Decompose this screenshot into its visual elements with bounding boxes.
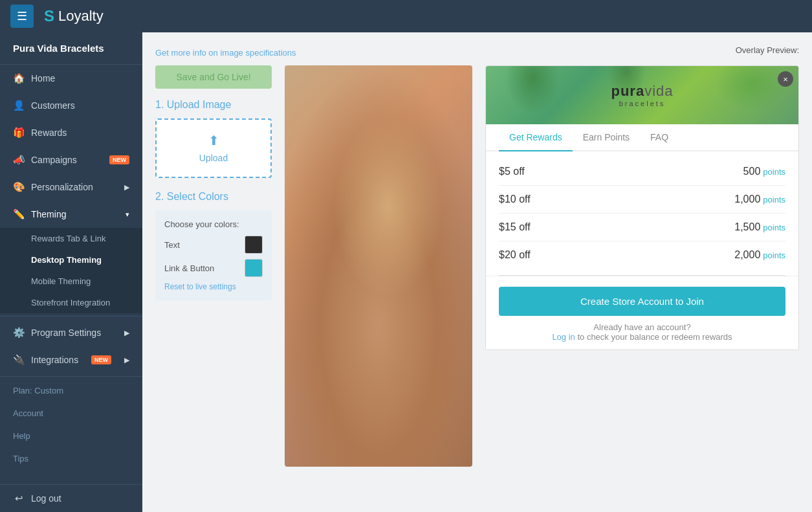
cta-after-text: to check your balance or redeem rewards <box>577 332 732 342</box>
upload-box[interactable]: ⬆ Upload <box>155 118 272 178</box>
preview-box: puravida bracelets × Get Rewards Earn Po… <box>485 65 799 350</box>
reward-points-num: 2,000 <box>734 249 760 261</box>
integrations-icon: 🔌 <box>13 354 25 366</box>
save-go-live-button[interactable]: Save and Go Live! <box>155 65 272 89</box>
cta-already-text: Already have an account? <box>593 322 690 332</box>
theming-submenu: Rewards Tab & Link Desktop Theming Mobil… <box>0 228 142 313</box>
sidebar-bottom: ↩ Log out <box>0 484 142 512</box>
preview-header: puravida bracelets × <box>486 66 798 124</box>
reward-points-label: points <box>763 223 785 232</box>
sidebar-item-label: Personalization <box>31 182 93 192</box>
color-section: Choose your colors: Text Link & Button R… <box>155 210 272 300</box>
reward-points-group: 2,000 points <box>734 249 785 261</box>
sidebar-item-label: Home <box>31 73 55 83</box>
brand-light: vida <box>644 83 673 99</box>
sidebar-item-rewards-tab-link[interactable]: Rewards Tab & Link <box>0 228 142 249</box>
reward-row: $20 off 2,000 points <box>499 241 785 269</box>
reward-row: $10 off 1,000 points <box>499 186 785 214</box>
step1-number: 1. <box>155 99 167 110</box>
log-in-link[interactable]: Log in <box>552 332 575 342</box>
info-link[interactable]: Get more info on image specifications <box>155 48 296 58</box>
text-color-row: Text <box>164 236 263 254</box>
create-account-button[interactable]: Create Store Account to Join <box>499 287 785 316</box>
reward-name: $10 off <box>499 194 531 205</box>
sidebar-divider-2 <box>0 376 142 377</box>
tab-earn-points[interactable]: Earn Points <box>573 124 640 150</box>
sidebar-item-label: Program Settings <box>31 328 101 338</box>
choose-colors-label: Choose your colors: <box>164 219 263 229</box>
reward-points-num: 500 <box>743 166 761 177</box>
tab-faq[interactable]: FAQ <box>640 124 679 150</box>
sidebar-item-customers[interactable]: 👤 Customers <box>0 92 142 119</box>
step1-label: Upload Image <box>167 99 232 110</box>
sidebar-item-theming[interactable]: ✏️ Theming ▾ <box>0 201 142 228</box>
step2-number: 2. <box>155 191 167 202</box>
chevron-down-icon: ▾ <box>126 210 129 219</box>
sidebar-item-storefront-integration[interactable]: Storefront Integration <box>0 292 142 313</box>
brand-text: puravida bracelets <box>611 83 673 107</box>
theming-icon: ✏️ <box>13 208 25 220</box>
sidebar-item-logout[interactable]: ↩ Log out <box>0 485 142 512</box>
reward-points-num: 1,500 <box>734 221 760 233</box>
chevron-right-icon: ▶ <box>124 329 129 337</box>
topbar: ☰ S Loyalty <box>0 0 812 32</box>
sidebar-item-integrations[interactable]: 🔌 Integrations NEW ▶ <box>0 346 142 373</box>
main-content: Get more info on image specifications Ov… <box>142 32 812 512</box>
link-button-color-label: Link & Button <box>164 263 214 273</box>
sidebar-item-home[interactable]: 🏠 Home <box>0 65 142 92</box>
reward-points-group: 1,000 points <box>734 194 785 205</box>
rewards-list: $5 off 500 points $10 off 1,000 points <box>486 151 798 275</box>
sidebar-logout-label: Log out <box>31 493 61 504</box>
reward-name: $5 off <box>499 166 525 177</box>
rewards-icon: 🎁 <box>13 127 25 139</box>
logout-icon: ↩ <box>13 493 25 504</box>
upload-icon: ⬆ <box>170 133 258 148</box>
left-panel: Save and Go Live! 1. Upload Image ⬆ Uplo… <box>155 65 272 300</box>
reward-points-label: points <box>763 195 785 205</box>
sidebar-item-desktop-theming[interactable]: Desktop Theming <box>0 249 142 271</box>
sidebar-item-label: Theming <box>31 209 66 219</box>
sidebar-item-account[interactable]: Account <box>0 402 142 425</box>
chevron-right-icon: ▶ <box>124 356 129 364</box>
brand-main: puravida <box>611 83 673 100</box>
sidebar-item-mobile-theming[interactable]: Mobile Theming <box>0 271 142 292</box>
preview-tabs: Get Rewards Earn Points FAQ <box>486 124 798 151</box>
sidebar-item-personalization[interactable]: 🎨 Personalization ▶ <box>0 173 142 201</box>
sidebar-item-label: Campaigns <box>31 155 77 165</box>
logo-s-icon: S <box>44 7 54 25</box>
home-icon: 🏠 <box>13 72 25 84</box>
sidebar-item-campaigns[interactable]: 📣 Campaigns NEW <box>0 146 142 173</box>
link-button-color-swatch[interactable] <box>245 259 263 277</box>
sidebar-item-tips[interactable]: Tips <box>0 447 142 470</box>
settings-icon: ⚙️ <box>13 327 25 339</box>
sidebar-item-label: Customers <box>31 100 75 111</box>
customers-icon: 👤 <box>13 100 25 111</box>
hamburger-button[interactable]: ☰ <box>10 5 34 28</box>
step2-title: 2. Select Colors <box>155 191 272 203</box>
tab-get-rewards[interactable]: Get Rewards <box>499 124 573 151</box>
close-button[interactable]: × <box>778 71 793 87</box>
campaigns-new-badge: NEW <box>109 155 129 164</box>
text-color-swatch[interactable] <box>245 236 263 254</box>
sidebar-item-label: Integrations <box>31 355 78 365</box>
sidebar-item-label: Rewards <box>31 128 67 138</box>
reward-row: $5 off 500 points <box>499 158 785 186</box>
app-logo: S Loyalty <box>44 7 104 25</box>
reward-points-num: 1,000 <box>734 194 760 205</box>
model-image <box>285 65 472 467</box>
sidebar-item-help[interactable]: Help <box>0 425 142 447</box>
sidebar-item-program-settings[interactable]: ⚙️ Program Settings ▶ <box>0 319 142 346</box>
reward-points-group: 1,500 points <box>734 221 785 233</box>
model-figure <box>285 65 472 467</box>
reset-link[interactable]: Reset to live settings <box>164 282 263 291</box>
brand-bold: pura <box>611 83 644 99</box>
sidebar-item-rewards[interactable]: 🎁 Rewards <box>0 119 142 146</box>
reward-points-label: points <box>763 250 785 260</box>
cta-sub-text: Already have an account? Log in to check… <box>499 322 785 342</box>
brand-sub: bracelets <box>611 100 673 107</box>
info-row: Get more info on image specifications Ov… <box>155 45 799 60</box>
step1-title: 1. Upload Image <box>155 99 272 111</box>
reward-points-label: points <box>763 167 785 177</box>
right-panel: puravida bracelets × Get Rewards Earn Po… <box>485 65 799 350</box>
sidebar-divider <box>0 316 142 317</box>
